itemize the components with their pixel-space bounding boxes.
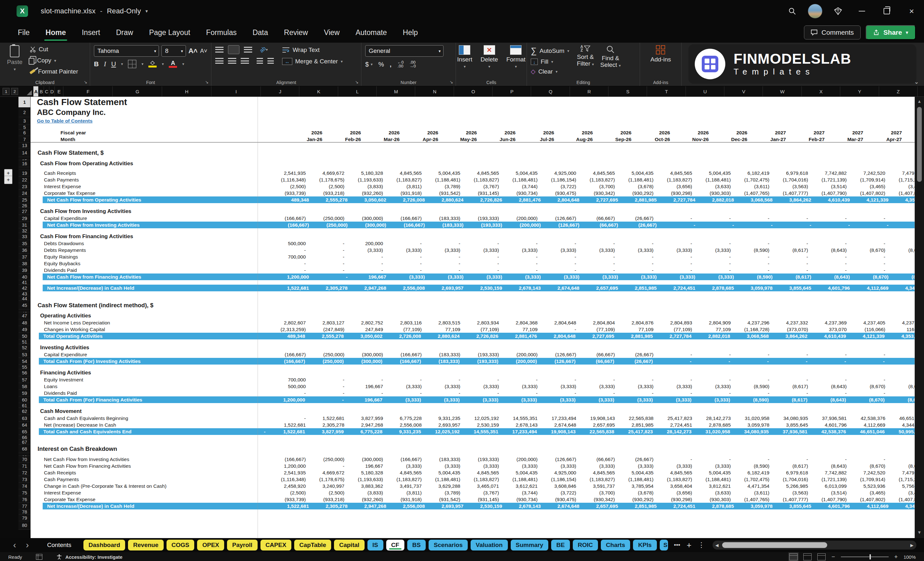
align-middle-icon[interactable] — [228, 45, 240, 54]
cell-S76[interactable]: (930,292) — [619, 496, 657, 503]
cell-V76[interactable]: (1,407,765) — [735, 496, 773, 503]
cell-O48[interactable]: 2,803,934 — [465, 320, 503, 326]
zoom-slider-thumb[interactable] — [870, 554, 871, 560]
cell-K76[interactable]: (933,218) — [310, 496, 348, 503]
cell-S40[interactable]: (3,333) — [622, 273, 661, 280]
cell-R58[interactable]: (3,333) — [580, 383, 619, 390]
cell-K7[interactable]: Feb-26 — [326, 136, 365, 142]
cell-N50[interactable]: 2,880,624 — [425, 333, 464, 339]
cell-Q19[interactable]: 4,925,000 — [542, 170, 580, 176]
row-label[interactable]: Dividends Paid — [31, 390, 271, 396]
cell-T76[interactable]: (930,298) — [657, 496, 696, 503]
outline-level-2-button[interactable]: 2 — [11, 88, 18, 95]
cell-P19[interactable]: 5,004,435 — [503, 170, 542, 176]
row-header-51[interactable]: 51 — [18, 339, 31, 344]
cell-J40[interactable]: 1,200,000 — [274, 273, 313, 280]
cell-P22[interactable]: (1,188,481) — [503, 176, 542, 183]
cell-K63[interactable]: 1,522,681 — [310, 415, 348, 422]
horizontal-scroll-thumb[interactable] — [722, 542, 827, 548]
more-sheets-button[interactable]: ••• — [674, 542, 680, 549]
cell-W53[interactable]: - — [773, 351, 812, 358]
cell-M70[interactable]: (166,667) — [387, 456, 426, 463]
cell-L39[interactable]: - — [349, 267, 387, 273]
empty-label-cell[interactable] — [31, 521, 915, 530]
cell-M39[interactable]: - — [387, 267, 426, 273]
sheet-tab-revenue[interactable]: Revenue — [128, 540, 164, 550]
cell-L36[interactable]: (3,333) — [349, 247, 387, 254]
cell-J42[interactable]: 1,522,681 — [274, 285, 313, 291]
menu-tab-page-layout[interactable]: Page Layout — [148, 26, 191, 39]
cell-Y50[interactable]: 4,121,339 — [850, 333, 889, 339]
cell-O75[interactable]: (3,767) — [465, 489, 503, 496]
fill-color-dropdown[interactable]: ▾ — [162, 62, 164, 66]
cell-P57[interactable]: - — [503, 376, 542, 383]
column-header-O[interactable]: O — [454, 86, 493, 96]
row-label[interactable]: Corporate Tax Expense — [31, 190, 271, 196]
cell-S72[interactable]: 5,004,435 — [619, 469, 657, 476]
cell-T60[interactable]: (3,333) — [657, 396, 695, 403]
cell-U54[interactable]: - — [696, 358, 734, 364]
increase-indent-icon[interactable] — [267, 58, 274, 64]
horizontal-scrollbar[interactable]: ◀ ▶ — [712, 541, 916, 549]
cell-X75[interactable]: (3,514) — [812, 489, 851, 496]
row-label[interactable]: Cash Receipts — [31, 170, 271, 176]
cell-L57[interactable]: - — [349, 376, 387, 383]
cell-Q59[interactable]: - — [542, 390, 580, 396]
font-size-select[interactable]: 8▾ — [161, 45, 186, 57]
cell-O72[interactable]: 4,845,565 — [465, 469, 503, 476]
cell-L65[interactable]: 6,775,228 — [348, 428, 387, 435]
cell-M76[interactable]: (931,918) — [387, 496, 426, 503]
avatar[interactable] — [804, 0, 826, 22]
cell-W60[interactable]: (8,617) — [773, 396, 811, 403]
cell-P25[interactable]: 2,881,476 — [506, 196, 545, 203]
cell-W31[interactable]: - — [777, 222, 815, 228]
cell-Y63[interactable]: 42,538,376 — [851, 415, 889, 422]
cell-U65[interactable]: 31,020,958 — [696, 428, 734, 435]
cell-Q70[interactable]: (126,667) — [542, 456, 580, 463]
cell-U25[interactable]: 2,882,018 — [699, 196, 738, 203]
cell-S50[interactable]: 2,881,985 — [618, 333, 657, 339]
column-header-A[interactable]: A — [33, 86, 39, 96]
cell-N60[interactable]: (3,333) — [425, 396, 464, 403]
row-header-63[interactable]: 63 — [18, 415, 31, 422]
row-label[interactable]: Fiscal year — [31, 130, 288, 136]
cell-O36[interactable]: (3,333) — [465, 247, 503, 254]
cell-T22[interactable]: (1,183,827) — [657, 176, 696, 183]
cell-J57[interactable]: 700,000 — [271, 376, 310, 383]
row-header-64[interactable]: 64 — [18, 422, 31, 428]
cell-M64[interactable]: 2,556,008 — [387, 422, 426, 428]
cell-P7[interactable]: Jul-26 — [520, 136, 558, 142]
cell-Q54[interactable]: (126,667) — [541, 358, 579, 364]
cell-X42[interactable]: 4,601,796 — [815, 285, 854, 291]
cell-K35[interactable]: - — [310, 240, 348, 247]
cell-R6[interactable]: 2026 — [597, 130, 636, 136]
cell-V73[interactable]: (1,702,475) — [735, 476, 773, 483]
menu-tab-draw[interactable]: Draw — [116, 26, 134, 39]
cell-X35[interactable]: - — [812, 240, 851, 247]
cell-Y38[interactable]: - — [851, 260, 889, 267]
empty-label-cell[interactable] — [31, 309, 915, 312]
cell-K31[interactable]: (250,000) — [313, 222, 351, 228]
cell-Y23[interactable]: (3,465) — [851, 183, 889, 190]
cell-K60[interactable]: - — [309, 396, 348, 403]
cell-L23[interactable]: (3,833) — [349, 183, 387, 190]
addins-button[interactable]: Add-ins — [647, 45, 674, 63]
cell-P36[interactable]: (3,333) — [503, 247, 542, 254]
cell-L35[interactable]: 200,000 — [349, 240, 387, 247]
cell-Q23[interactable]: (3,722) — [542, 183, 580, 190]
cell-X58[interactable]: (8,643) — [812, 383, 851, 390]
find-select-button[interactable]: Find &Select ▾ — [597, 45, 624, 69]
cell-W42[interactable]: 3,855,645 — [777, 285, 815, 291]
cell-M53[interactable]: (166,667) — [387, 351, 426, 358]
row-header-43[interactable]: 43 — [18, 291, 31, 296]
cell-J39[interactable]: - — [271, 267, 310, 273]
autosum-button[interactable]: ∑AutoSum▾ — [531, 46, 569, 56]
cell-P35[interactable]: - — [503, 240, 542, 247]
cell-X72[interactable]: 7,742,882 — [812, 469, 851, 476]
orientation-button[interactable]: ab▾ — [260, 46, 268, 53]
underline-dropdown[interactable]: ▾ — [121, 62, 123, 66]
cell-R38[interactable]: - — [580, 260, 619, 267]
row-header-56[interactable]: 56 — [18, 369, 31, 376]
empty-label-cell[interactable] — [31, 280, 915, 285]
cell-X63[interactable]: 37,936,581 — [812, 415, 851, 422]
